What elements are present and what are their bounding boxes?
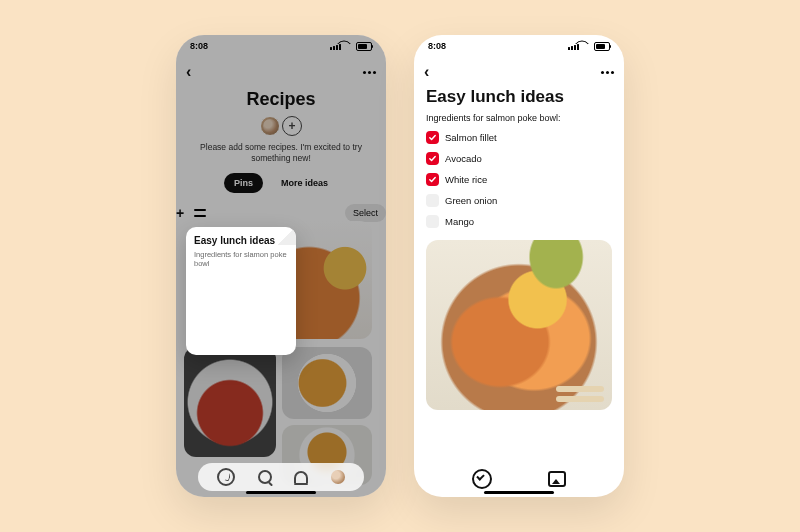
- checklist-tab-icon[interactable]: [472, 469, 492, 489]
- more-options-button[interactable]: [601, 71, 614, 74]
- pin-thumbnail[interactable]: [282, 347, 372, 419]
- checkbox-icon[interactable]: [426, 131, 439, 144]
- checkbox-icon[interactable]: [426, 215, 439, 228]
- back-button[interactable]: ‹: [186, 63, 191, 81]
- wifi-icon: [582, 42, 591, 51]
- home-indicator: [246, 491, 316, 494]
- note-card[interactable]: Easy lunch ideas Ingredients for slamon …: [186, 227, 296, 355]
- battery-icon: [356, 42, 372, 51]
- ingredient-label: Green onion: [445, 195, 497, 206]
- battery-icon: [594, 42, 610, 51]
- status-time: 8:08: [428, 41, 446, 51]
- ingredient-item[interactable]: Green onion: [426, 194, 612, 207]
- add-collaborator-button[interactable]: +: [282, 116, 302, 136]
- ingredient-item[interactable]: Salmon fillet: [426, 131, 612, 144]
- nav-profile-icon[interactable]: [331, 470, 345, 484]
- ingredient-label: White rice: [445, 174, 487, 185]
- nav-search-icon[interactable]: [258, 470, 272, 484]
- ingredient-item[interactable]: Mango: [426, 215, 612, 228]
- organize-button[interactable]: [194, 207, 206, 219]
- note-title: Easy lunch ideas: [426, 87, 612, 107]
- phone-note-detail: 8:08 ‹ Easy lunch ideas Ingredients for …: [414, 35, 624, 497]
- ingredient-item[interactable]: Avocado: [426, 152, 612, 165]
- checkbox-icon[interactable]: [426, 194, 439, 207]
- wifi-icon: [344, 42, 353, 51]
- tab-pins[interactable]: Pins: [224, 173, 263, 193]
- status-bar: 8:08: [414, 35, 624, 57]
- note-card-subtitle: Ingredients for slamon poke bowl: [194, 250, 288, 268]
- more-options-button[interactable]: [363, 71, 376, 74]
- board-title: Recipes: [246, 89, 315, 110]
- ingredient-item[interactable]: White rice: [426, 173, 612, 186]
- nav-dock: [198, 463, 364, 491]
- status-time: 8:08: [190, 41, 208, 51]
- ingredient-label: Mango: [445, 216, 474, 227]
- image-tab-icon[interactable]: [548, 471, 566, 487]
- status-bar: 8:08: [176, 35, 386, 57]
- checkbox-icon[interactable]: [426, 173, 439, 186]
- tab-more-ideas[interactable]: More ideas: [271, 173, 338, 193]
- note-image[interactable]: [426, 240, 612, 410]
- collaborator-avatar[interactable]: [260, 116, 280, 136]
- pin-thumbnail[interactable]: [184, 347, 276, 457]
- select-button[interactable]: Select: [345, 204, 386, 222]
- note-subtitle: Ingredients for salmon poke bowl:: [426, 113, 612, 123]
- home-indicator: [484, 491, 554, 494]
- note-card-title: Easy lunch ideas: [194, 235, 288, 247]
- ingredient-list: Salmon filletAvocadoWhite riceGreen onio…: [426, 131, 612, 228]
- phone-board-view: 8:08 ‹ Recipes + Please add some recipes…: [176, 35, 386, 497]
- back-button[interactable]: ‹: [424, 63, 429, 81]
- ingredient-label: Salmon fillet: [445, 132, 497, 143]
- add-pin-button[interactable]: +: [176, 205, 184, 221]
- nav-notifications-icon[interactable]: [294, 471, 308, 483]
- board-description: Please add some recipes. I'm excited to …: [196, 142, 366, 163]
- ingredient-label: Avocado: [445, 153, 482, 164]
- nav-home-icon[interactable]: [217, 468, 235, 486]
- checkbox-icon[interactable]: [426, 152, 439, 165]
